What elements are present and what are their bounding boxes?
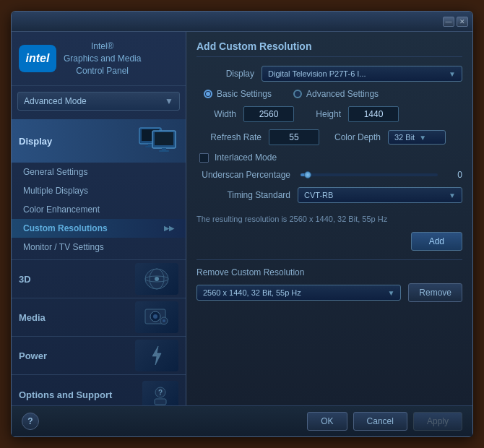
timing-dropdown[interactable]: CVT-RB ▼ bbox=[298, 187, 462, 203]
width-input[interactable] bbox=[243, 106, 294, 122]
sub-items-list: General Settings Multiple Displays Color… bbox=[12, 163, 186, 257]
display-row: Display Digital Television P27T-6 I... ▼ bbox=[196, 66, 462, 82]
basic-settings-radio-indicator bbox=[204, 90, 212, 98]
interlaced-row: Interlaced Mode bbox=[196, 152, 462, 163]
display-label: Display bbox=[196, 69, 262, 79]
refresh-input[interactable] bbox=[269, 129, 319, 145]
main-window: — ✕ intel Intel® Graphics and Media Cont… bbox=[11, 11, 473, 437]
sidebar-item-custom-resolutions[interactable]: Custom Resolutions bbox=[12, 219, 186, 238]
sidebar-item-options-support[interactable]: Options and Support ? bbox=[12, 374, 186, 405]
color-depth-label: Color Depth bbox=[327, 132, 381, 142]
underscan-thumb[interactable] bbox=[304, 171, 311, 178]
underscan-label: Underscan Percentage bbox=[196, 170, 290, 180]
remove-button[interactable]: Remove bbox=[408, 283, 462, 302]
timing-row: Timing Standard CVT-RB ▼ bbox=[196, 187, 462, 203]
underscan-value: 0 bbox=[448, 170, 462, 180]
add-button[interactable]: Add bbox=[411, 232, 462, 251]
advanced-settings-label: Advanced Settings bbox=[306, 89, 379, 99]
remove-section: Remove Custom Resolution 2560 x 1440, 32… bbox=[196, 259, 462, 302]
main-content: intel Intel® Graphics and Media Control … bbox=[12, 32, 472, 405]
ok-button[interactable]: OK bbox=[307, 412, 347, 431]
options-icon: ? bbox=[142, 381, 178, 405]
sidebar-header: intel Intel® Graphics and Media Control … bbox=[12, 32, 186, 86]
basic-settings-radio[interactable]: Basic Settings bbox=[204, 89, 272, 99]
svg-rect-5 bbox=[155, 132, 173, 145]
color-depth-arrow-icon: ▼ bbox=[419, 134, 426, 142]
panel-title: Add Custom Resolution bbox=[196, 40, 462, 57]
right-panel: Add Custom Resolution Display Digital Te… bbox=[186, 32, 472, 405]
apply-button[interactable]: Apply bbox=[413, 412, 462, 431]
sidebar: intel Intel® Graphics and Media Control … bbox=[12, 32, 186, 405]
mode-label: Advanced Mode bbox=[24, 96, 87, 106]
refresh-color-row: Refresh Rate Color Depth 32 Bit ▼ bbox=[196, 129, 462, 145]
display-icon-area bbox=[138, 125, 178, 157]
interlaced-label: Interlaced Mode bbox=[215, 152, 277, 163]
svg-marker-17 bbox=[152, 346, 161, 365]
remove-dropdown[interactable]: 2560 x 1440, 32 Bit, 55p Hz ▼ bbox=[196, 285, 401, 301]
underscan-row: Underscan Percentage 0 bbox=[196, 170, 462, 180]
remove-section-title: Remove Custom Resolution bbox=[196, 267, 462, 277]
svg-point-11 bbox=[155, 277, 159, 281]
help-button[interactable]: ? bbox=[22, 413, 39, 430]
cancel-button[interactable]: Cancel bbox=[353, 412, 407, 431]
result-text: The resulting resolution is 2560 x 1440,… bbox=[196, 212, 462, 226]
sidebar-item-display[interactable]: Display bbox=[12, 119, 186, 163]
svg-point-14 bbox=[153, 314, 157, 319]
app-title: Intel® Graphics and Media Control Panel bbox=[64, 40, 141, 77]
sidebar-item-color-enhancement[interactable]: Color Enhancement bbox=[12, 200, 186, 219]
sidebar-item-3d[interactable]: 3D bbox=[12, 259, 186, 298]
close-button[interactable]: ✕ bbox=[457, 17, 468, 27]
advanced-settings-radio[interactable]: Advanced Settings bbox=[293, 89, 379, 99]
svg-rect-7 bbox=[159, 150, 169, 152]
remove-dropdown-value: 2560 x 1440, 32 Bit, 55p Hz bbox=[203, 288, 301, 297]
height-input[interactable] bbox=[348, 106, 399, 122]
display-dropdown-value: Digital Television P27T-6 I... bbox=[268, 69, 366, 78]
timing-arrow-icon: ▼ bbox=[449, 191, 456, 199]
svg-point-16 bbox=[163, 319, 165, 322]
height-label: Height bbox=[301, 109, 341, 119]
sidebar-item-power[interactable]: Power bbox=[12, 336, 186, 374]
refresh-label: Refresh Rate bbox=[196, 132, 262, 142]
timing-label: Timing Standard bbox=[196, 190, 290, 200]
settings-mode-radio-group: Basic Settings Advanced Settings bbox=[196, 89, 462, 99]
power-icon bbox=[135, 340, 178, 371]
remove-row: 2560 x 1440, 32 Bit, 55p Hz ▼ Remove bbox=[196, 283, 462, 302]
title-bar: — ✕ bbox=[12, 12, 472, 32]
bottom-bar: ? OK Cancel Apply bbox=[12, 405, 472, 436]
sidebar-item-general-settings[interactable]: General Settings bbox=[12, 163, 186, 181]
advanced-settings-radio-indicator bbox=[293, 90, 302, 98]
sidebar-item-multiple-displays[interactable]: Multiple Displays bbox=[12, 181, 186, 200]
media-icon bbox=[135, 301, 178, 333]
basic-settings-label: Basic Settings bbox=[217, 89, 272, 99]
timing-value: CVT-RB bbox=[304, 191, 333, 199]
dimensions-row: Width Height bbox=[196, 106, 462, 122]
sidebar-display-label: Display bbox=[19, 136, 52, 147]
mode-selector[interactable]: Advanced Mode ▼ bbox=[17, 92, 180, 111]
svg-text:?: ? bbox=[158, 389, 163, 397]
intel-logo-text: intel bbox=[26, 52, 50, 65]
sidebar-item-media[interactable]: Media bbox=[12, 298, 186, 336]
color-depth-dropdown[interactable]: 32 Bit ▼ bbox=[388, 130, 446, 145]
display-section: Display bbox=[12, 116, 186, 259]
intel-logo: intel bbox=[19, 45, 56, 72]
display-dropdown-arrow-icon: ▼ bbox=[449, 70, 456, 78]
color-depth-value: 32 Bit bbox=[394, 133, 415, 142]
mode-arrow-icon: ▼ bbox=[165, 96, 173, 106]
display-monitors-icon bbox=[138, 125, 178, 157]
svg-rect-20 bbox=[155, 399, 166, 405]
3d-icon bbox=[135, 263, 178, 295]
remove-dropdown-arrow-icon: ▼ bbox=[387, 289, 394, 297]
sidebar-item-monitor-settings[interactable]: Monitor / TV Settings bbox=[12, 238, 186, 257]
display-dropdown[interactable]: Digital Television P27T-6 I... ▼ bbox=[262, 66, 462, 82]
interlaced-checkbox[interactable] bbox=[199, 153, 209, 163]
underscan-slider[interactable] bbox=[301, 173, 438, 176]
minimize-button[interactable]: — bbox=[443, 17, 454, 27]
add-button-row: Add bbox=[196, 232, 462, 251]
width-label: Width bbox=[196, 109, 236, 119]
